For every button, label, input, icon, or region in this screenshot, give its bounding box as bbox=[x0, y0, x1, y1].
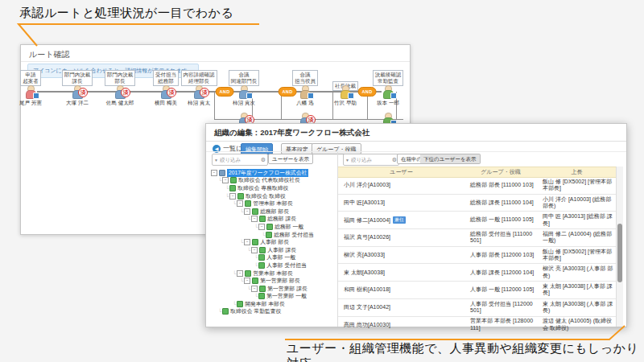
user-boss: 田中 匠 [A30013] [総務部 課長] bbox=[537, 213, 617, 227]
user-boss: 福田 修二 (A10004) (総務部 一般) bbox=[537, 231, 617, 245]
column-header-group: グループ・役職 bbox=[464, 167, 537, 177]
and-gate: AND bbox=[358, 87, 377, 97]
tree-item[interactable]: └取締役会 専務取締役 bbox=[209, 184, 335, 192]
person-icon[interactable] bbox=[339, 85, 352, 98]
tree-expander[interactable]: − bbox=[244, 278, 250, 284]
org-unit-icon bbox=[252, 208, 258, 215]
tree-item-label: 総務部 課長 bbox=[267, 216, 296, 224]
table-row[interactable]: 和田 樹莉[A10018]人事部 一般 [112000 105]東 太朗 [A3… bbox=[338, 282, 617, 299]
tree-item-label: 営業本部 本部長 bbox=[253, 269, 292, 278]
tree-item[interactable]: └−総務部 課長 bbox=[209, 216, 335, 224]
org-unit-icon bbox=[259, 286, 266, 292]
tree-item[interactable]: └開発本部 本部長 bbox=[209, 300, 335, 308]
table-row[interactable]: 福沢 真弓[A10026]総務部 受付担当 [111000 501]福田 修二 … bbox=[338, 229, 617, 247]
org-unit-icon bbox=[222, 308, 229, 315]
basic-settings-button[interactable]: 基本設定 bbox=[281, 143, 313, 154]
tree-item-label: 人事部 課長 bbox=[267, 246, 296, 254]
show-users-button[interactable]: ユーザーを表示 bbox=[268, 154, 313, 164]
tree-item-label: 取締役会 常勤監査役 bbox=[230, 308, 281, 316]
tree-item[interactable]: └−取締役会 取締役 bbox=[209, 192, 335, 200]
scrollbar-thumb[interactable] bbox=[617, 224, 622, 282]
tree-expander[interactable]: − bbox=[251, 247, 258, 253]
org-unit-icon bbox=[229, 185, 236, 191]
tree-connector: └ bbox=[254, 294, 258, 298]
tree-expander[interactable]: − bbox=[237, 270, 243, 277]
tree-item[interactable]: └人事部 一般 bbox=[209, 254, 335, 262]
tree-item[interactable]: └−取締役会 代表取締役社長 bbox=[209, 177, 335, 185]
tree-item-label: 人事部 部長 bbox=[260, 238, 289, 246]
org-window: 組織の編集：2017年度ワークフロー株式会社 ◀ 一覧に戻る 編集開始 基本設定… bbox=[205, 123, 627, 327]
user-name: 小川 洋介[A10003] bbox=[344, 182, 390, 187]
tree-expander[interactable]: − bbox=[258, 224, 265, 230]
table-row[interactable]: 小川 洋介[A10003]総務部 部長 [111000 103]飯山 修 [DX… bbox=[338, 177, 617, 195]
user-filter-input[interactable] bbox=[351, 157, 392, 162]
tree-expander[interactable]: − bbox=[229, 193, 236, 200]
tree-connector: └ bbox=[225, 186, 229, 191]
user-boss: 飯山 修 [DX5002] [管理本部 本部長] bbox=[537, 179, 617, 192]
person-icon[interactable]: 済 bbox=[71, 85, 84, 98]
tree-item[interactable]: └−総務部 一般 bbox=[209, 223, 335, 231]
start-edit-button[interactable]: 編集開始 bbox=[241, 143, 273, 154]
table-row[interactable]: 柳沢 亮[A30033]人事部 部長 [112000 103]飯山 修 [DX5… bbox=[338, 247, 617, 265]
done-stamp-icon: 済 bbox=[78, 88, 88, 97]
table-row[interactable]: 田中 匠[A30013]総務部 課長 [111000 104]小川 洋介 [A1… bbox=[338, 195, 617, 212]
org-unit-icon bbox=[258, 254, 265, 261]
tree-item[interactable]: └取締役会 常勤監査役 bbox=[209, 308, 335, 316]
tree-expander[interactable]: − bbox=[211, 170, 217, 176]
tree-connector: └ bbox=[225, 194, 229, 199]
user-group: 人事部 受付担当 [112000 501] bbox=[464, 301, 537, 315]
tree-expander[interactable]: − bbox=[251, 286, 258, 292]
tree-item[interactable]: └第一営業部 一般 bbox=[209, 293, 335, 301]
tree-item[interactable]: └−人事部 課長 bbox=[209, 246, 335, 254]
user-boss: 東 太朗 [A30038] [人事部 課長] bbox=[537, 283, 617, 297]
person-icon[interactable]: 済 bbox=[114, 85, 126, 98]
tree-connector: └ bbox=[233, 302, 236, 306]
table-row[interactable]: 田辺 文子[A10042]人事部 受付担当 [112000 501]東 太朗 [… bbox=[338, 299, 617, 317]
tree-item[interactable]: └総務部 受付担当 bbox=[209, 231, 335, 239]
table-row[interactable]: 東 太朗[A30038]人事部 課長 [112000 104]柳沢 亮 [A30… bbox=[338, 264, 617, 282]
user-name: 田中 匠[A30013] bbox=[344, 200, 385, 205]
tree-expander[interactable]: − bbox=[244, 208, 250, 215]
person-icon[interactable] bbox=[24, 85, 37, 98]
tree-item[interactable]: └−営業本部 本部長 bbox=[209, 269, 335, 278]
show-sub-users-button[interactable]: 下位のユーザーを表示 bbox=[420, 154, 481, 164]
tree-item-label: 取締役会 代表取締役社長 bbox=[238, 177, 300, 185]
tree-connector: └ bbox=[240, 240, 243, 245]
tree-expander[interactable]: − bbox=[244, 239, 250, 245]
table-row[interactable]: 福田 修二[A10004]兼任総務部 一般 [111000 105]田中 匠 [… bbox=[338, 212, 617, 229]
user-group: 総務部 受付担当 [111000 501] bbox=[464, 231, 537, 245]
tree-item-label: 管理本部 本部長 bbox=[253, 200, 292, 208]
tree-item[interactable]: └人事部 受付担当 bbox=[209, 261, 335, 269]
tree-item[interactable]: └−管理本部 本部長 bbox=[209, 200, 335, 208]
person-icon[interactable]: 済 bbox=[192, 85, 205, 98]
tree-filter-input[interactable] bbox=[220, 157, 261, 162]
tree-expander[interactable]: − bbox=[251, 216, 258, 222]
user-name: 東 太朗[A30038] bbox=[344, 269, 385, 275]
tree-item[interactable]: └−人事部 部長 bbox=[209, 238, 335, 246]
org-unit-icon bbox=[266, 224, 273, 230]
person-icon[interactable] bbox=[237, 85, 250, 98]
table-row[interactable]: 高田 尚功[A10030]営業本部 本部長 [128000 111]渡辺 健太 … bbox=[338, 317, 617, 335]
person-icon[interactable]: 済 bbox=[159, 85, 172, 98]
person-icon[interactable] bbox=[299, 85, 312, 98]
org-unit-icon bbox=[252, 278, 258, 284]
gear-icon[interactable]: ⚙ bbox=[261, 157, 266, 163]
and-gate: AND bbox=[216, 87, 234, 97]
tree-item[interactable]: └−第一営業部 部長 bbox=[209, 277, 335, 285]
user-filter-box[interactable]: ▼ ⚙ bbox=[343, 154, 399, 166]
tree-expander[interactable]: − bbox=[222, 177, 229, 183]
person-icon[interactable] bbox=[382, 85, 394, 98]
user-table: ユーザー グループ・役職 上長 小川 洋介[A10003]総務部 部長 [111… bbox=[338, 167, 626, 327]
tree-item[interactable]: └−第一営業部 課長 bbox=[209, 285, 335, 293]
user-group: 人事部 課長 [112000 104] bbox=[464, 269, 537, 277]
tree-expander[interactable]: − bbox=[237, 200, 243, 207]
tree-item[interactable]: −2017年度ワークフロー株式会社 bbox=[209, 169, 335, 177]
table-scrollbar[interactable] bbox=[616, 167, 623, 327]
user-name: 田辺 文子[A10042] bbox=[344, 304, 390, 310]
groups-roles-button[interactable]: グループ・役職 bbox=[312, 143, 361, 154]
tree-filter-box[interactable]: ▼ ⚙ bbox=[212, 154, 268, 166]
user-group: 人事部 一般 [112000 105] bbox=[464, 286, 537, 294]
tree-item[interactable]: └−総務部 部長 bbox=[209, 208, 335, 216]
route-step-label: 決裁後確認 常勤監査 bbox=[361, 70, 415, 86]
and-gate: AND bbox=[279, 87, 297, 97]
